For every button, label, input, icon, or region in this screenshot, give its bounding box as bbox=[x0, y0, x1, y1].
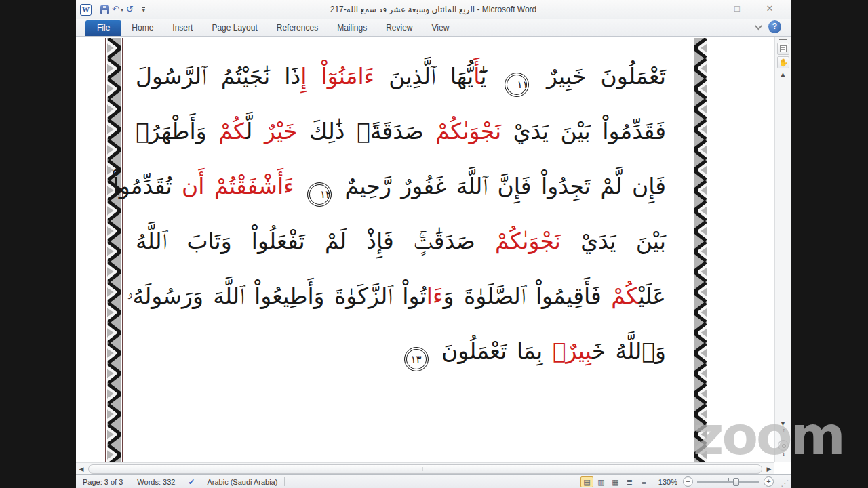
horizontal-scrollbar[interactable]: ◀ ▶ bbox=[76, 462, 774, 474]
word-window: W ↶ ▾ ↺ ▾ الربع المائتان وسبعة عشر قد سم… bbox=[76, 0, 791, 488]
ribbon-right-controls: ? bbox=[755, 20, 781, 33]
quran-text: بِمَا تَعْمَلُونَ bbox=[432, 338, 553, 364]
view-button-outline[interactable]: ≣ bbox=[623, 476, 636, 487]
page-border-right bbox=[692, 38, 709, 462]
video-frame: W ↶ ▾ ↺ ▾ الربع المائتان وسبعة عشر قد سم… bbox=[0, 0, 868, 488]
quran-text: فَقَدِّمُواْ بَيْنَ يَدَيْ bbox=[501, 118, 666, 144]
zoom-slider-thumb[interactable] bbox=[733, 478, 739, 486]
document-area: تَعْمَلُونَ خَبِيرٌ ١١ يَٰٓأَيُّهَا ٱلَّ… bbox=[76, 37, 791, 474]
quran-text: وَأَطْهَرُۚ bbox=[136, 118, 218, 144]
view-mode-buttons: ▤▥▦≣≡ bbox=[580, 476, 650, 487]
divider bbox=[284, 477, 285, 486]
tajweed-red-text: كُمْ bbox=[218, 118, 245, 144]
quick-access-toolbar: W ↶ ▾ ↺ ▾ bbox=[76, 4, 145, 16]
word-count[interactable]: Words: 332 bbox=[130, 478, 182, 486]
status-bar: Page: 3 of 3 Words: 332 ✓ Arabic (Saudi … bbox=[76, 474, 791, 488]
zoom-out-button[interactable]: − bbox=[683, 476, 693, 487]
tab-file[interactable]: File bbox=[85, 20, 121, 36]
view-button-full-screen-reading[interactable]: ▥ bbox=[595, 476, 608, 487]
tajweed-red-text: خَيْرٌ bbox=[264, 118, 298, 144]
scrollbar-bottom-cluster: ▼ ꜛ ꜜ bbox=[775, 419, 791, 462]
word-logo-icon[interactable]: W bbox=[80, 4, 92, 16]
close-button[interactable]: ✕ bbox=[761, 1, 778, 16]
vertical-scrollbar[interactable]: ✋ ▲ ▼ ꜛ ꜜ bbox=[774, 37, 791, 462]
quran-text: صَدَقَةًۚ ذَٰلِكَ bbox=[297, 118, 435, 144]
divider bbox=[96, 5, 96, 14]
zoom-slider-notch bbox=[728, 478, 729, 481]
tajweed-red-text: كُمْ bbox=[611, 283, 638, 309]
status-bar-right: ▤▥▦≣≡ 130% − + bbox=[580, 476, 791, 487]
tajweed-red-text: نَجْوَىٰكُمْ bbox=[435, 118, 501, 144]
view-button-print-layout[interactable]: ▤ bbox=[580, 476, 593, 487]
quran-text: بَيْنَ يَدَيْ bbox=[561, 228, 666, 254]
undo-dropdown-icon[interactable]: ▾ bbox=[121, 7, 123, 13]
quran-line: بَيْنَ يَدَيْ نَجْوَىٰكُمْ صَدَقَٰتٍۚ فَ… bbox=[136, 214, 666, 268]
quran-text: لَّ bbox=[245, 118, 264, 144]
quran-text: تُقَدِّمُواْ bbox=[113, 173, 172, 199]
divider bbox=[138, 5, 138, 14]
minimize-button[interactable]: — bbox=[696, 1, 713, 16]
quran-line: فَقَدِّمُواْ بَيْنَ يَدَيْ نَجْوَىٰكُمْ … bbox=[136, 104, 666, 159]
page-indicator[interactable]: Page: 3 of 3 bbox=[76, 478, 130, 486]
next-page-icon[interactable]: ꜜ bbox=[775, 453, 791, 462]
quran-text: ذَا نَٰجَيْتُمُ ٱلرَّسُولَ bbox=[136, 63, 300, 89]
tab-review[interactable]: Review bbox=[377, 20, 421, 36]
tab-mailings[interactable]: Mailings bbox=[328, 20, 376, 36]
tab-home[interactable]: Home bbox=[123, 20, 162, 36]
quran-text: صَدَقَٰتٍۚ فَإِذْ لَمْ تَفْعَلُواْ وَتَا… bbox=[136, 228, 495, 254]
scroll-left-icon[interactable]: ◀ bbox=[76, 466, 87, 472]
customize-toolbar-icon[interactable]: ▾ bbox=[142, 7, 145, 13]
tajweed-red-text: أَ bbox=[473, 63, 480, 89]
resize-grip[interactable] bbox=[779, 477, 789, 487]
ayah-marker: ١٣ bbox=[404, 347, 429, 371]
maximize-button[interactable]: □ bbox=[728, 1, 746, 16]
select-browse-object-icon[interactable] bbox=[778, 440, 789, 451]
view-button-draft[interactable]: ≡ bbox=[637, 476, 650, 487]
view-ruler-icon[interactable] bbox=[777, 43, 789, 55]
quran-text: تُواْ ٱلزَّكَوٰةَ وَأَطِيعُواْ ٱللَّهَ و… bbox=[127, 283, 427, 309]
language-indicator[interactable]: Arabic (Saudi Arabia) bbox=[200, 478, 284, 486]
quran-text: فَأَقِيمُواْ ٱلصَّلَوٰةَ وَ bbox=[443, 283, 611, 309]
quran-line: تَعْمَلُونَ خَبِيرٌ ١١ يَٰٓأَيُّهَا ٱلَّ… bbox=[136, 49, 666, 104]
ribbon-tabs: FileHomeInsertPage LayoutReferencesMaili… bbox=[76, 19, 791, 37]
document-page[interactable]: تَعْمَلُونَ خَبِيرٌ ١١ يَٰٓأَيُّهَا ٱلَّ… bbox=[76, 37, 774, 462]
window-controls: — □ ✕ bbox=[696, 1, 778, 16]
quran-line: فَإِن لَّمْ تَجِدُواْ فَإِنَّ ٱللَّهَ غَ… bbox=[136, 159, 666, 214]
tajweed-red-text: ءَامَنُوٓاْ إِ bbox=[300, 63, 374, 89]
horizontal-scroll-thumb[interactable] bbox=[88, 464, 762, 474]
scroll-right-icon[interactable]: ▶ bbox=[764, 466, 774, 472]
quran-text: يَٰٓ bbox=[480, 63, 500, 89]
zoom-in-button[interactable]: + bbox=[764, 476, 774, 487]
help-icon[interactable]: ? bbox=[768, 20, 781, 33]
hand-tool-icon[interactable]: ✋ bbox=[777, 56, 789, 68]
quran-text: وَٱللَّهُ خَ bbox=[592, 338, 666, 364]
zoom-slider[interactable] bbox=[697, 481, 760, 483]
tab-page-layout[interactable]: Page Layout bbox=[203, 20, 266, 36]
scroll-up-icon[interactable]: ▲ bbox=[775, 70, 791, 79]
view-button-web-layout[interactable]: ▦ bbox=[609, 476, 622, 487]
zoom-level[interactable]: 130% bbox=[657, 478, 683, 486]
redo-icon[interactable]: ↺ bbox=[126, 5, 134, 14]
tab-insert[interactable]: Insert bbox=[163, 20, 201, 36]
quran-line: عَلَيْكُمْ فَأَقِيمُواْ ٱلصَّلَوٰةَ وَءَ… bbox=[136, 268, 666, 323]
ayah-marker: ١١ bbox=[505, 73, 529, 97]
quran-text: يُّهَا ٱلَّذِينَ bbox=[374, 63, 473, 89]
previous-page-icon[interactable]: ꜛ bbox=[775, 428, 791, 438]
tajweed-red-text: بِيرٌۢ bbox=[553, 338, 592, 364]
quran-text: تَعْمَلُونَ خَبِيرٌ bbox=[532, 63, 666, 89]
quran-line: وَٱللَّهُ خَبِيرٌۢ بِمَا تَعْمَلُونَ ١٣ bbox=[136, 323, 666, 378]
save-icon[interactable] bbox=[100, 5, 109, 14]
ayah-marker: ١٢ bbox=[307, 182, 332, 207]
expand-ribbon-icon[interactable] bbox=[755, 22, 762, 29]
page-border-left bbox=[105, 38, 123, 462]
split-handle-icon[interactable] bbox=[779, 39, 787, 40]
title-bar: W ↶ ▾ ↺ ▾ الربع المائتان وسبعة عشر قد سم… bbox=[76, 0, 791, 19]
tajweed-red-text: ءَأَشْفَقْتُمْ أَن bbox=[172, 173, 304, 199]
quran-text: فَإِن لَّمْ تَجِدُواْ فَإِنَّ ٱللَّهَ غَ… bbox=[335, 173, 666, 199]
scroll-down-icon[interactable]: ▼ bbox=[775, 419, 791, 428]
tab-view[interactable]: View bbox=[423, 20, 458, 36]
undo-icon[interactable]: ↶ bbox=[112, 5, 119, 14]
quran-text: عَلَيْ bbox=[638, 283, 666, 309]
tab-references[interactable]: References bbox=[268, 20, 327, 36]
proofing-check-icon[interactable]: ✓ bbox=[182, 477, 200, 487]
